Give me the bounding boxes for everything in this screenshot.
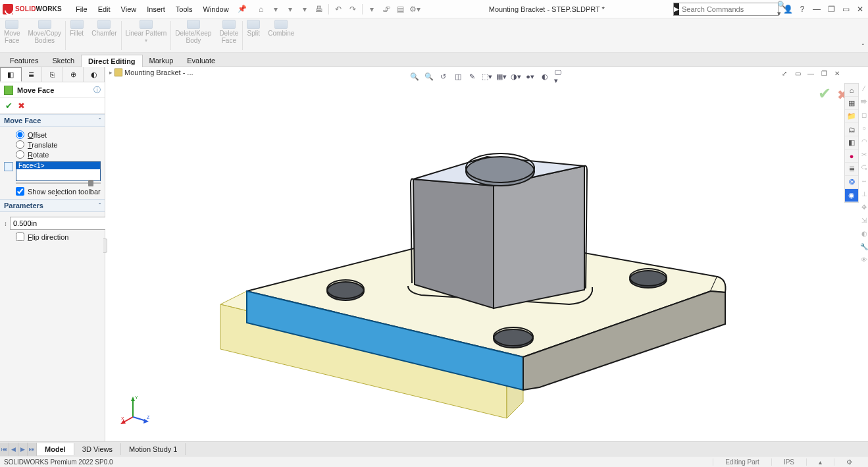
radio-translate[interactable]: Translate [16,140,101,150]
tab-evaluate[interactable]: Evaluate [180,54,222,67]
ribbon-linear-pattern[interactable]: Linear Pattern▾ [122,20,171,51]
display-style-icon[interactable]: ▦▾ [496,71,507,82]
restore-button[interactable]: ❐ [826,4,836,14]
display-tool-icon[interactable]: ◐ [860,228,868,238]
tab-sketch[interactable]: Sketch [45,54,82,67]
mirror-tool-icon[interactable]: ⮎ [860,162,868,173]
section-view-icon[interactable]: ◫ [453,71,463,82]
search-input[interactable] [679,5,775,13]
home-icon[interactable]: ⌂ [256,4,267,14]
maximize-button[interactable]: ▭ [840,4,851,14]
select-icon[interactable]: ▾ [367,4,377,14]
breadcrumb-item[interactable]: Mounting Bracket - ... [124,69,193,76]
taskpane-cloud-icon[interactable]: ◉ [845,189,858,202]
menu-tools[interactable]: Tools [171,3,197,16]
apply-scene-icon[interactable]: ◐ [540,71,550,82]
zoom-area-icon[interactable]: 🔍 [424,71,434,82]
quickview-tool-icon[interactable]: 👁 [860,254,868,265]
menu-view[interactable]: View [116,3,141,16]
offset-tool-icon[interactable]: ⇲ [860,215,868,225]
ribbon-move-face[interactable]: Move Face [0,20,24,51]
viewport-close-icon[interactable]: ✕ [832,69,842,78]
viewport-min-icon[interactable]: — [806,69,815,78]
tab-nav-prev[interactable]: ◀ [9,443,18,456]
view-settings-icon[interactable]: 🖵▾ [554,71,565,82]
taskpane-home-icon[interactable]: ⌂ [845,84,858,97]
tab-nav-next[interactable]: ▶ [18,443,28,456]
selection-item[interactable]: Face<1> [16,162,100,169]
taskpane-properties-icon[interactable]: ≣ [845,163,858,176]
login-icon[interactable]: 👤 [782,4,793,14]
dynamic-annotation-icon[interactable]: ✎ [467,71,478,82]
view-triad[interactable]: Y X Z [120,394,153,427]
status-units[interactable]: IPS [771,458,806,466]
distance-field[interactable]: ▲▼ [10,217,116,230]
selection-list[interactable]: Face<1> [16,161,101,181]
tab-nav-first[interactable]: ⏮ [0,443,9,456]
collapse-ribbon-icon[interactable]: ˆ [862,43,864,51]
doc-tab-3d-views[interactable]: 3D Views [74,443,121,455]
taskpane-design-library-icon[interactable]: 📁 [845,110,858,123]
edit-appearance-icon[interactable]: ●▾ [525,71,536,82]
ribbon-move-copy-bodies[interactable]: Move/Copy Bodies [24,20,65,51]
hide-show-icon[interactable]: ◑▾ [511,71,521,82]
status-settings-icon[interactable]: ⚙ [834,458,864,466]
menu-window[interactable]: Window [198,3,233,16]
ok-button[interactable]: ✔ [5,101,13,111]
line-tool-icon[interactable]: ∕ [860,83,868,94]
section-move-face[interactable]: Move Faceˆ [0,114,105,127]
attach-icon[interactable]: 🖇 [381,4,392,14]
search-commands[interactable]: ▶ 🔍▾ [673,3,779,16]
undo-icon[interactable]: ↶ [333,4,344,14]
menu-file[interactable]: File [71,3,92,16]
fillet-tool-icon[interactable]: ◠ [860,136,868,146]
close-button[interactable]: ✕ [855,4,865,14]
confirm-feature-icon[interactable]: ✔ [818,84,831,103]
view-orientation-icon[interactable]: ⬚▾ [482,71,492,82]
new-icon[interactable]: ▾ [270,4,281,14]
ribbon-split[interactable]: Split [243,20,264,51]
viewport-max-icon[interactable]: ❐ [819,69,829,78]
section-parameters[interactable]: Parametersˆ [0,199,105,212]
circle-tool-icon[interactable]: ○ [860,123,868,133]
save-icon[interactable]: ▾ [299,4,310,14]
checkbox-show-selection-toolbar[interactable]: Show selection toolbar [16,186,101,196]
zoom-fit-icon[interactable]: 🔍 [409,71,420,82]
menu-edit[interactable]: Edit [93,3,115,16]
redo-icon[interactable]: ↷ [347,4,358,14]
radio-offset[interactable]: Offset [16,130,101,140]
cancel-button[interactable]: ✖ [18,101,25,111]
repair-tool-icon[interactable]: 🔧 [860,241,868,252]
model-view[interactable] [158,94,750,436]
doc-tab-motion-study[interactable]: Motion Study 1 [121,443,186,455]
options-icon[interactable]: ⚙▾ [410,4,421,14]
ribbon-delete-keep-body[interactable]: Delete/Keep Body [171,20,215,51]
print-icon[interactable]: 🖶 [314,4,324,14]
propertymanager-tab[interactable]: ≣ [22,67,43,82]
dimension-tool-icon[interactable]: ↔ [860,175,868,186]
ribbon-fillet[interactable]: Fillet [66,20,88,51]
select-tool-icon[interactable]: ⭆ [860,96,868,107]
previous-view-icon[interactable]: ↺ [438,71,449,82]
open-icon[interactable]: ▾ [285,4,295,14]
pin-menubar-icon[interactable]: 📌 [238,5,247,13]
distance-input[interactable] [11,217,107,229]
ribbon-delete-face[interactable]: Delete Face [215,20,242,51]
radio-rotate[interactable]: Rotate [16,150,101,159]
tab-markup[interactable]: Markup [142,54,181,67]
sketch-tool-icon[interactable]: ◻ [860,109,868,120]
status-expand-icon[interactable]: ▴ [806,458,834,466]
viewport-minimize-icon[interactable]: ▭ [793,69,802,78]
featuremanager-tab[interactable]: ◧ [0,67,22,82]
rebuild-icon[interactable]: ▤ [396,4,406,14]
ribbon-chamfer[interactable]: Chamfer [88,20,120,51]
trim-tool-icon[interactable]: ✂ [860,149,868,159]
taskpane-file-explorer-icon[interactable]: 🗂 [845,123,858,136]
help-icon[interactable]: ? [797,4,807,14]
breadcrumb-arrow-icon[interactable]: ▸ [109,69,113,76]
viewport-expand-icon[interactable]: ⤢ [780,69,789,78]
taskpane-view-palette-icon[interactable]: ◧ [845,136,858,150]
tab-direct-editing[interactable]: Direct Editing [81,55,143,67]
tab-nav-last[interactable]: ⏭ [28,443,37,456]
relations-tool-icon[interactable]: ⊥ [860,188,868,199]
